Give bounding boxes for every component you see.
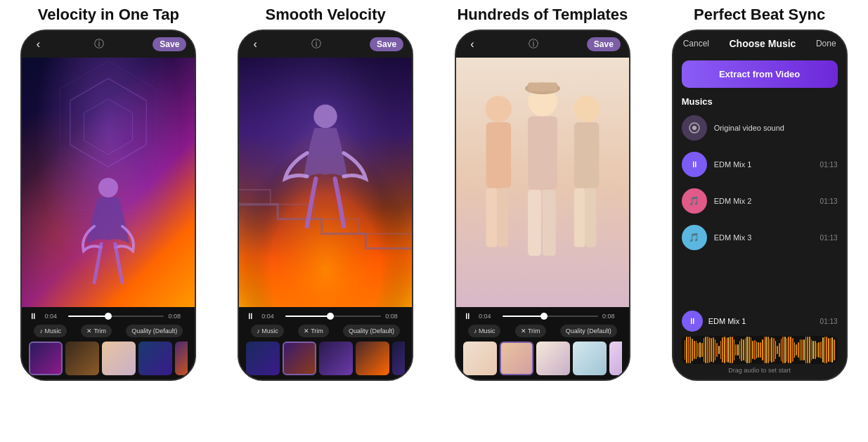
music-item-original[interactable]: Original video sound [673,110,846,146]
drag-hint: Drag audio to set start [682,367,838,374]
thumb-3-1[interactable] [463,342,497,375]
playback-row-3: ⏸ 0:04 0:08 [463,311,622,321]
trim-btn-1[interactable]: ✕ Trim [81,325,112,337]
back-button-1[interactable]: ‹ [30,37,46,52]
selected-name: EDM Mix 1 [708,317,815,325]
music-name-original: Original video sound [714,124,831,132]
video-area-1 [22,58,195,307]
top-bar-2: ‹ ⓘ Save [239,31,412,58]
controls-area-3: ⏸ 0:04 0:08 ♪ Music ✕ Trim Quality (Defa… [456,307,629,379]
phone-screen-1: ‹ ⓘ Save [22,31,195,379]
phone-frame-3: ‹ ⓘ Save [455,30,630,381]
top-bar-1: ‹ ⓘ Save [22,31,195,58]
thumb-3-3[interactable] [536,342,570,375]
progress-fill-1 [68,316,106,317]
extract-from-video-button[interactable]: Extract from Video [682,60,838,88]
selected-avatar: ⏸ [682,311,703,332]
save-button-1[interactable]: Save [153,37,186,51]
thumb-4[interactable] [138,342,172,375]
info-button-1[interactable]: ⓘ [91,37,107,52]
progress-thumb-1[interactable] [105,313,112,320]
progress-fill-3 [503,316,543,317]
waveform-container[interactable] [682,336,838,364]
music-name-edm2: EDM Mix 2 [714,197,813,205]
music-avatar-original [682,115,707,141]
thumb-1[interactable] [29,342,63,375]
phone-frame-1: ‹ ⓘ Save [20,30,196,381]
section-title-4: Perfect Beat Sync [694,6,825,24]
svg-point-7 [313,105,337,128]
music-item-edm1[interactable]: ⏸ EDM Mix 1 01:13 [673,146,846,183]
time-end-3: 0:08 [602,313,622,320]
thumb-2-5[interactable] [392,342,405,375]
phone-frame-2: ‹ ⓘ Save [238,30,413,381]
save-button-2[interactable]: Save [370,37,403,51]
svg-rect-11 [486,188,497,247]
thumb-3[interactable] [102,342,136,375]
thumb-2-4[interactable] [356,342,389,375]
save-button-3[interactable]: Save [587,37,621,51]
trim-btn-3[interactable]: ✕ Trim [515,325,546,337]
music-item-edm3[interactable]: 🎵 EDM Mix 3 01:13 [673,219,846,256]
svg-rect-20 [585,188,596,247]
svg-marker-0 [70,79,146,167]
back-button-2[interactable]: ‹ [247,37,263,52]
music-screen: Cancel Choose Music Done Extract from Vi… [673,31,846,379]
music-item-edm2[interactable]: 🎵 EDM Mix 2 01:13 [673,183,846,219]
progress-track-2[interactable] [285,316,381,317]
section-perfect-beat-sync: Perfect Beat Sync Cancel Choose Music Do… [651,0,868,442]
thumb-3-4[interactable] [573,342,607,375]
back-button-3[interactable]: ‹ [465,37,480,52]
phone-frame-4: Cancel Choose Music Done Extract from Vi… [672,30,848,381]
progress-thumb-3[interactable] [540,313,548,320]
playback-row-1: ⏸ 0:04 0:08 [29,311,188,321]
thumb-2-3[interactable] [319,342,353,375]
thumb-5[interactable] [175,342,188,375]
play-pause-3[interactable]: ⏸ [463,311,474,321]
music-avatar-edm1: ⏸ [682,152,707,177]
thumb-2[interactable] [65,342,99,375]
section-hundreds-templates: Hundreds of Templates ‹ ⓘ Save [434,0,652,442]
svg-rect-6 [239,58,412,307]
thumb-2-2[interactable] [283,342,316,375]
music-btn-2[interactable]: ♪ Music [251,325,284,337]
music-avatar-edm3: 🎵 [682,225,707,250]
svg-rect-19 [574,188,585,247]
svg-rect-22 [528,83,557,92]
done-button[interactable]: Done [816,39,836,48]
selected-duration: 01:13 [820,318,838,325]
choose-music-title: Choose Music [730,38,796,49]
phone-screen-3: ‹ ⓘ Save [456,31,629,379]
cancel-button[interactable]: Cancel [683,39,709,48]
thumbnails-row-2 [246,342,405,375]
progress-track-1[interactable] [68,316,164,317]
music-btn-3[interactable]: ♪ Music [468,325,501,337]
video-area-2 [239,58,412,307]
music-avatar-edm2: 🎵 [682,188,707,214]
svg-rect-10 [486,122,511,188]
quality-btn-3[interactable]: Quality (Default) [560,325,617,337]
trim-btn-2[interactable]: ✕ Trim [298,325,329,337]
thumb-3-5[interactable] [609,342,622,375]
info-button-3[interactable]: ⓘ [526,37,541,52]
quality-btn-2[interactable]: Quality (Default) [343,325,400,337]
section-title-3: Hundreds of Templates [457,6,628,24]
play-pause-2[interactable]: ⏸ [246,311,257,321]
info-button-2[interactable]: ⓘ [309,37,324,52]
svg-point-4 [98,178,118,197]
waveform-bars [685,336,835,364]
music-btn-1[interactable]: ♪ Music [34,325,67,337]
music-duration-edm2: 01:13 [820,197,838,205]
play-pause-1[interactable]: ⏸ [29,311,40,321]
progress-fill-2 [285,316,328,317]
thumb-2-1[interactable] [246,342,280,375]
thumbnails-row-3 [463,342,622,375]
progress-thumb-2[interactable] [327,313,334,320]
svg-rect-15 [528,190,541,256]
quality-btn-1[interactable]: Quality (Default) [126,325,183,337]
thumb-3-2[interactable] [500,342,533,375]
section-title-1: Velocity in One Tap [38,6,179,24]
progress-track-3[interactable] [503,316,598,317]
selected-music-row: ⏸ EDM Mix 1 01:13 [682,311,838,332]
svg-rect-14 [528,117,557,190]
